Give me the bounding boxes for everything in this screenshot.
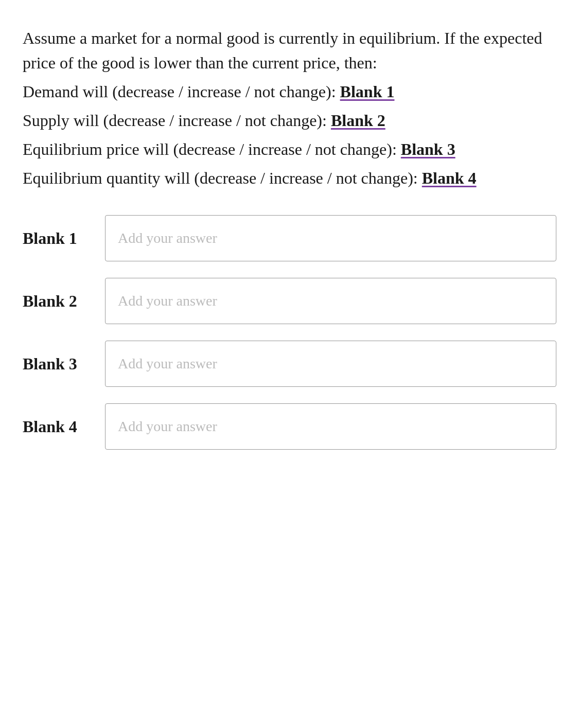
blank2-ref: Blank 2 <box>331 111 385 130</box>
blank4-label: Blank 4 <box>23 417 95 436</box>
blank2-label: Blank 2 <box>23 292 95 311</box>
blank4-row: Blank 4 <box>23 403 556 450</box>
supply-line: Supply will (decrease / increase / not c… <box>23 108 556 133</box>
blank4-input[interactable] <box>105 403 556 450</box>
demand-line: Demand will (decrease / increase / not c… <box>23 79 556 104</box>
blank3-ref: Blank 3 <box>401 140 455 158</box>
blank3-input[interactable] <box>105 341 556 387</box>
blank4-ref: Blank 4 <box>422 169 477 187</box>
eq-price-line: Equilibrium price will (decrease / incre… <box>23 137 556 162</box>
blank1-row: Blank 1 <box>23 215 556 261</box>
eq-qty-line: Equilibrium quantity will (decrease / in… <box>23 166 556 190</box>
blank1-ref: Blank 1 <box>340 82 395 101</box>
blank2-row: Blank 2 <box>23 278 556 324</box>
blank1-input[interactable] <box>105 215 556 261</box>
blank3-row: Blank 3 <box>23 341 556 387</box>
blank1-label: Blank 1 <box>23 229 95 248</box>
question-block: Assume a market for a normal good is cur… <box>23 26 556 190</box>
blank3-label: Blank 3 <box>23 354 95 374</box>
intro-paragraph: Assume a market for a normal good is cur… <box>23 26 556 75</box>
blank2-input[interactable] <box>105 278 556 324</box>
blanks-section: Blank 1 Blank 2 Blank 3 Blank 4 <box>23 215 556 450</box>
